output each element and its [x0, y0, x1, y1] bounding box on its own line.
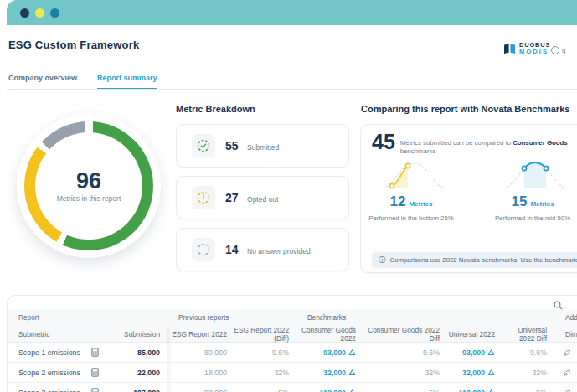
calculator-icon	[85, 383, 106, 392]
universal-2022-cell[interactable]: 93,000	[446, 343, 502, 362]
triangle-delta-icon	[487, 389, 495, 392]
metric-breakdown-cards: 55 Submitted 27 Opted out	[176, 124, 349, 271]
col-universal-2022[interactable]: Universal 2022	[446, 326, 502, 343]
no-answer-label: No answer provided	[247, 247, 311, 255]
submetric-cell: Scope 2 emissions	[8, 363, 85, 382]
triangle-delta-icon	[487, 348, 495, 356]
bottom-quartile-count: 12	[390, 193, 406, 210]
col-consumer-goods-2022[interactable]: Consumer Goods 2022	[296, 326, 363, 343]
window-titlebar	[7, 0, 577, 25]
clipped-action-button[interactable]: q	[551, 46, 577, 54]
metric-breakdown-title: Metric Breakdown	[176, 104, 255, 114]
group-benchmarks: Benchmarks	[296, 309, 554, 326]
submitted-count: 55	[225, 139, 239, 152]
universal-2022-diff-cell: 9.6%	[502, 343, 554, 362]
mid-range-bell-chart	[499, 158, 571, 192]
esg-2022-diff-cell: 5%	[234, 383, 296, 392]
no-answer-count: 14	[225, 243, 239, 256]
triangle-delta-icon	[348, 389, 356, 392]
universal-2022-cell[interactable]: 32,000	[446, 363, 502, 382]
consumer-goods-2022-diff-cell: 5%	[363, 383, 446, 392]
opted-out-card: 27 Opted out	[176, 176, 349, 219]
submission-cell: 85,000	[106, 343, 167, 362]
col-dimensions[interactable]: Dim	[554, 326, 577, 343]
tab-company-overview[interactable]: Company overview	[8, 74, 77, 90]
table-column-header: Submetric Submission ESG Report 2022 ESG…	[8, 326, 577, 343]
bottom-quartile-stat: 12 Metrics Performed in the bottom 25%	[357, 193, 466, 222]
window-maximize-dot[interactable]	[50, 8, 59, 18]
info-icon: ⓘ	[379, 255, 386, 266]
bottom-quartile-unit: Metrics	[409, 200, 432, 208]
table-group-header: Report Previous reports Benchmarks Add	[8, 309, 577, 326]
submetric-cell: Scope 1 emissions	[8, 343, 85, 362]
group-previous-reports: Previous reports	[167, 309, 296, 326]
submission-cell: 107,000	[106, 383, 167, 392]
check-circle-icon	[192, 134, 215, 157]
metrics-donut-chart: 96 Metrics in this report	[17, 114, 161, 258]
consumer-goods-2022-diff-cell: 32%	[363, 363, 446, 382]
report-table: Report Previous reports Benchmarks Add S…	[8, 309, 577, 392]
universal-2022-cell[interactable]: 112,000	[446, 383, 502, 392]
dashed-circle-icon	[192, 238, 215, 261]
bottom-quartile-caption: Performed in the bottom 25%	[357, 214, 466, 222]
leaf-icon	[554, 363, 577, 382]
consumer-goods-2022-cell[interactable]: 112,000	[296, 383, 363, 392]
donut-caption: Metrics in this report	[57, 194, 121, 203]
col-submission[interactable]: Submission	[106, 326, 167, 343]
col-submission-icon-spacer	[85, 326, 106, 343]
window-minimize-dot[interactable]	[35, 8, 44, 18]
comparable-description: Metrics submitted can be compared to Con…	[400, 139, 568, 155]
mid-range-caption: Performed in the mid 50%	[478, 214, 577, 222]
book-icon	[503, 44, 516, 54]
table-row: Scope 2 emissions 22,000 18,000 32% 32,0…	[8, 363, 577, 383]
triangle-delta-icon	[487, 369, 495, 376]
mid-range-unit: Metrics	[530, 200, 554, 208]
benchmark-group-name: Consumer Goods	[513, 139, 567, 147]
esg-dashboard: ESG Custom Framework DUOBUS MODIS q Comp…	[0, 0, 577, 392]
col-consumer-goods-2022-diff[interactable]: Consumer Goods 2022 Diff	[363, 326, 446, 343]
donut-total: 96	[76, 169, 101, 193]
esg-2022-cell: 18,000	[167, 363, 234, 382]
opted-out-label: Opted out	[247, 195, 278, 204]
calculator-icon	[85, 363, 106, 382]
group-report: Report	[8, 309, 167, 326]
esg-2022-diff-cell: 9.6%	[234, 343, 296, 362]
clipped-action-label: q	[562, 47, 565, 54]
leaf-icon	[554, 343, 577, 362]
col-esg-report-2022-diff[interactable]: ESG Report 2022 (Diff)	[234, 326, 296, 343]
group-add: Add	[554, 309, 577, 326]
table-row: Scope 3 emissions 107,000 98,000 5% 112,…	[8, 383, 577, 392]
benchmark-note-banner: ⓘ Comparisons use 2022 Novata benchmarks…	[372, 252, 577, 268]
submetric-cell: Scope 3 emissions	[8, 383, 85, 392]
search-icon[interactable]	[552, 299, 564, 311]
refresh-icon	[551, 46, 559, 54]
submission-cell: 22,000	[106, 363, 167, 382]
consumer-goods-2022-diff-cell: 9.6%	[363, 343, 446, 362]
triangle-delta-icon	[348, 348, 356, 356]
mid-range-stat: 15 Metrics Performed in the mid 50%	[478, 193, 577, 222]
mid-range-count: 15	[512, 193, 528, 210]
submitted-label: Submitted	[247, 143, 279, 152]
opted-out-count: 27	[225, 191, 239, 204]
esg-2022-cell: 80,000	[167, 343, 234, 362]
consumer-goods-2022-cell[interactable]: 32,000	[296, 363, 363, 382]
tab-report-summary[interactable]: Report summary	[97, 74, 157, 90]
col-esg-report-2022[interactable]: ESG Report 2022	[167, 326, 234, 343]
calculator-icon	[85, 343, 106, 362]
comparison-card: 45 Metrics submitted can be compared to …	[360, 124, 577, 273]
window-close-dot[interactable]	[20, 8, 29, 18]
comparison-title: Comparing this report with Novata Benchm…	[361, 104, 569, 114]
bottom-quartile-bell-chart	[378, 158, 450, 192]
page-title: ESG Custom Framework	[8, 39, 139, 51]
triangle-delta-icon	[348, 369, 356, 376]
tab-bar: Company overview Report summary	[8, 74, 157, 90]
donut-center: 96 Metrics in this report	[35, 132, 142, 240]
tabs-divider	[7, 89, 577, 90]
col-universal-2022-diff[interactable]: Universal 2022 Diff	[502, 326, 554, 343]
esg-2022-diff-cell: 32%	[234, 363, 296, 382]
col-submetric[interactable]: Submetric	[8, 326, 85, 343]
esg-2022-cell: 98,000	[167, 383, 234, 392]
consumer-goods-2022-cell[interactable]: 93,000	[296, 343, 363, 362]
logo-line2: MODIS	[519, 49, 550, 55]
comparable-count: 45	[372, 132, 395, 155]
